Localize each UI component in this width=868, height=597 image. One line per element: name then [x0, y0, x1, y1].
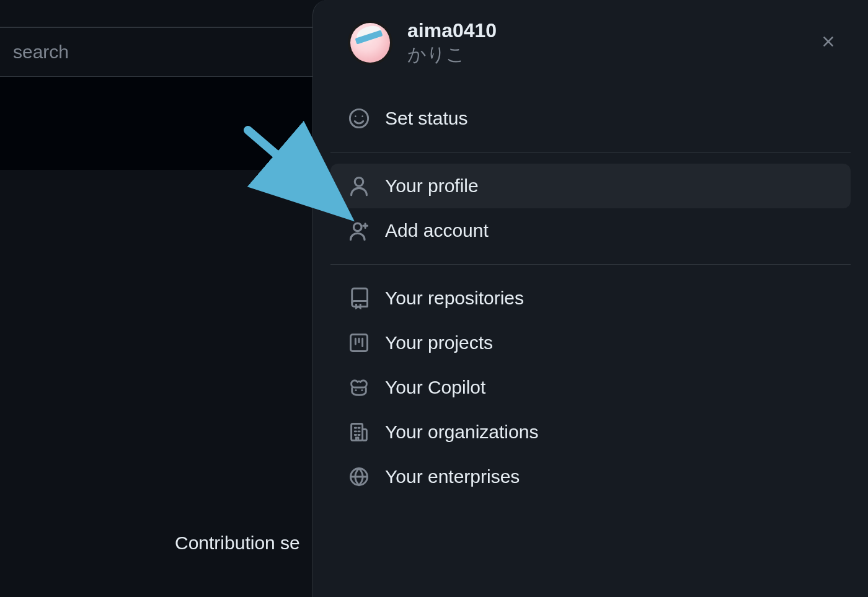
menu-item-your-projects[interactable]: Your projects: [330, 321, 851, 365]
menu-item-label: Set status: [385, 108, 467, 129]
menu-item-set-status[interactable]: Set status: [330, 96, 851, 141]
menu-section-account: Your profile Add account: [313, 153, 868, 264]
menu-item-label: Your Copilot: [385, 377, 485, 398]
person-plus-icon: [348, 219, 370, 242]
globe-icon: [348, 466, 370, 488]
avatar-image: [350, 23, 390, 63]
copilot-icon: [348, 376, 370, 399]
close-icon: [820, 33, 837, 53]
menu-item-label: Your profile: [385, 175, 479, 197]
svg-point-2: [350, 110, 368, 128]
username: aima0410: [407, 19, 813, 42]
project-icon: [348, 332, 370, 354]
menu-item-label: Your enterprises: [385, 466, 520, 487]
contribution-settings-label: Contribution se: [175, 533, 300, 554]
display-name: かりこ: [407, 42, 813, 66]
menu-item-label: Add account: [385, 220, 489, 241]
svg-point-5: [355, 178, 363, 187]
menu-item-add-account[interactable]: Add account: [330, 208, 851, 253]
smiley-icon: [348, 107, 370, 130]
person-icon: [348, 175, 370, 197]
panel-header: aima0410 かりこ: [313, 19, 868, 85]
menu-item-your-enterprises[interactable]: Your enterprises: [330, 454, 851, 499]
menu-item-label: Your organizations: [385, 422, 538, 443]
repo-icon: [348, 287, 370, 309]
menu-section-status: Set status: [313, 85, 868, 152]
menu-item-label: Your repositories: [385, 288, 524, 309]
svg-point-4: [361, 116, 363, 118]
close-button[interactable]: [813, 28, 843, 58]
svg-point-9: [361, 389, 363, 391]
organization-icon: [348, 421, 370, 443]
user-info: aima0410 かりこ: [407, 19, 813, 66]
background-nav-bar: [0, 0, 322, 27]
svg-point-6: [353, 223, 361, 231]
menu-item-label: Your projects: [385, 332, 493, 353]
svg-point-8: [355, 389, 356, 391]
search-placeholder: search: [13, 42, 69, 63]
menu-item-your-organizations[interactable]: Your organizations: [330, 410, 851, 454]
menu-item-your-repositories[interactable]: Your repositories: [330, 276, 851, 321]
avatar[interactable]: [348, 20, 392, 65]
search-input[interactable]: search: [0, 27, 322, 77]
svg-point-3: [355, 116, 356, 118]
menu-section-your: Your repositories Your projects Your C: [313, 265, 868, 510]
background-content-bar: [0, 77, 322, 170]
user-menu-panel: aima0410 かりこ Set status: [312, 0, 868, 597]
menu-item-your-profile[interactable]: Your profile: [330, 164, 851, 208]
menu-item-your-copilot[interactable]: Your Copilot: [330, 365, 851, 410]
